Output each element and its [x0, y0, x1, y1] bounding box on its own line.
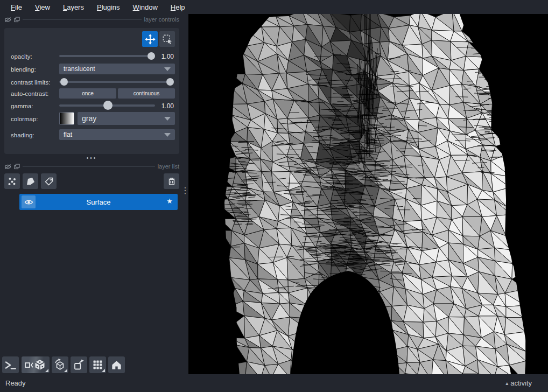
- new-points-layer-button[interactable]: [4, 173, 20, 189]
- contrast-limits-high-handle[interactable]: [166, 78, 174, 86]
- eye-icon: [24, 199, 33, 206]
- status-bar: Ready ▴ activity: [0, 374, 548, 392]
- continuous-button-label: continuous: [134, 90, 159, 96]
- menu-plugins[interactable]: Plugins: [90, 2, 127, 13]
- colormap-gradient-thumbnail: [59, 112, 74, 125]
- popup-indicator-icon: [102, 369, 105, 372]
- opacity-slider-handle[interactable]: [147, 52, 155, 60]
- ndisplay-toggle-icon: [23, 358, 48, 372]
- menu-layers[interactable]: Layers: [57, 2, 90, 13]
- gamma-value: 1.00: [156, 102, 174, 110]
- home-icon: [110, 359, 123, 371]
- layer-controls-title: layer controls: [144, 16, 179, 23]
- blending-label: blending:: [11, 66, 36, 73]
- menu-window[interactable]: Window: [127, 2, 164, 13]
- blending-select[interactable]: translucent: [59, 64, 175, 74]
- auto-contrast-once-button[interactable]: once: [59, 88, 116, 99]
- auto-contrast-continuous-button[interactable]: continuous: [118, 88, 175, 99]
- console-icon: [4, 359, 17, 371]
- transpose-dimensions-button[interactable]: [71, 356, 87, 373]
- trash-icon: [167, 177, 177, 186]
- ndisplay-toggle-button[interactable]: [22, 356, 50, 373]
- auto-contrast-label: auto-contrast:: [11, 90, 48, 97]
- chevron-down-icon: [164, 133, 171, 137]
- activity-label: activity: [510, 379, 532, 387]
- layer-controls-titlebar: layer controls: [4, 16, 179, 23]
- roll-dimensions-button[interactable]: [52, 356, 68, 373]
- hide-panel-eye-icon[interactable]: [4, 164, 11, 170]
- titlebar-rule: [23, 166, 155, 167]
- layer-row-surface[interactable]: Surface ★: [19, 194, 178, 210]
- layer-controls-panel: opacity: 1.00 blending: translucent cont…: [4, 28, 179, 154]
- layer-list-titlebar: layer list: [4, 163, 179, 170]
- pan-arrows-icon: [144, 33, 157, 46]
- grid-view-button[interactable]: [89, 356, 106, 373]
- shading-label: shading:: [11, 132, 34, 138]
- menu-file[interactable]: File: [4, 2, 29, 13]
- viewer-canvas[interactable]: [188, 14, 548, 374]
- opacity-slider[interactable]: [59, 51, 155, 61]
- titlebar-rule: [23, 19, 142, 20]
- menu-bar: File View Layers Plugins Window Help: [0, 0, 548, 14]
- opacity-slider-track[interactable]: [59, 55, 155, 57]
- activity-expand-icon: ▴: [505, 380, 508, 386]
- transpose-dimensions-icon: [72, 358, 86, 372]
- layer-visibility-button[interactable]: [22, 195, 36, 208]
- opacity-label: opacity:: [11, 53, 32, 60]
- shading-value: flat: [64, 131, 72, 138]
- shading-select[interactable]: flat: [59, 129, 175, 140]
- blending-value: translucent: [64, 65, 95, 73]
- once-button-label: once: [82, 90, 94, 96]
- pan-zoom-mode-button[interactable]: [142, 31, 158, 47]
- colormap-value: gray: [82, 114, 96, 123]
- dock-resize-handle[interactable]: ⋮: [181, 188, 186, 192]
- colormap-select[interactable]: gray: [78, 112, 175, 125]
- dock-splitter-handle[interactable]: •••: [4, 155, 179, 161]
- delete-layer-button[interactable]: [164, 173, 179, 189]
- chevron-down-icon: [164, 117, 171, 121]
- transform-icon: [161, 33, 174, 46]
- float-panel-icon[interactable]: [14, 17, 20, 23]
- console-button[interactable]: [2, 356, 19, 373]
- menu-help[interactable]: Help: [164, 2, 192, 13]
- new-labels-layer-button[interactable]: [41, 173, 57, 189]
- layer-list-title: layer list: [158, 163, 179, 170]
- status-message: Ready: [5, 379, 26, 387]
- popup-indicator-icon: [64, 369, 67, 372]
- new-shapes-layer-button[interactable]: [23, 173, 38, 189]
- contrast-limits-low-handle[interactable]: [60, 78, 68, 86]
- gamma-slider-handle[interactable]: [103, 101, 113, 110]
- menu-view[interactable]: View: [29, 2, 57, 13]
- chevron-down-icon: [164, 67, 171, 71]
- gamma-slider[interactable]: [59, 100, 155, 111]
- gamma-label: gamma:: [11, 103, 33, 109]
- activity-button[interactable]: ▴ activity: [505, 379, 532, 387]
- layer-name: Surface: [19, 198, 178, 206]
- float-panel-icon[interactable]: [14, 164, 20, 170]
- colormap-label: colormap:: [11, 116, 38, 122]
- contrast-limits-label: contrast limits:: [11, 79, 51, 86]
- hide-panel-eye-icon[interactable]: [4, 17, 11, 23]
- transform-mode-button[interactable]: [159, 31, 175, 47]
- contrast-limits-track[interactable]: [59, 81, 174, 83]
- popup-indicator-icon: [45, 369, 48, 372]
- contrast-limits-slider[interactable]: [59, 76, 174, 87]
- app-window: File View Layers Plugins Window Help lay…: [0, 0, 548, 392]
- star-icon[interactable]: ★: [166, 197, 173, 205]
- points-layer-icon: [8, 177, 17, 186]
- home-button[interactable]: [108, 356, 125, 373]
- shapes-layer-icon: [26, 177, 36, 186]
- opacity-value: 1.00: [156, 53, 174, 60]
- labels-layer-icon: [44, 177, 54, 186]
